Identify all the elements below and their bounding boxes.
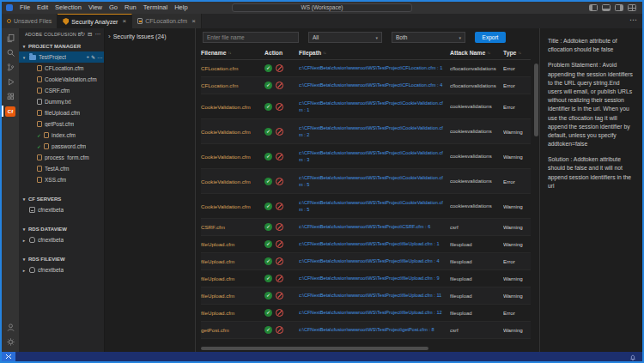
- table-row[interactable]: CSRF.cfm✓c:\CFNextBeta\cfusion\wwwroot\W…: [201, 219, 531, 236]
- column-header-attack-name[interactable]: Attack Name↑↓: [450, 50, 503, 56]
- check-circle-icon[interactable]: ✓: [264, 292, 272, 299]
- filepath-link[interactable]: c:\CFNextBeta\cfusion\wwwroot\WS\TestPro…: [299, 149, 447, 164]
- block-circle-icon[interactable]: [276, 203, 283, 210]
- bell-icon[interactable]: [629, 349, 636, 363]
- tree-item-cookievalidation-cfm[interactable]: CookieValidation.cfm: [19, 74, 104, 85]
- account-icon[interactable]: [2, 320, 19, 335]
- block-circle-icon[interactable]: [276, 257, 283, 265]
- scope-dropdown[interactable]: Both ▾: [392, 32, 465, 43]
- tree-item-dummy-txt[interactable]: Dummy.txt: [19, 96, 104, 107]
- vertical-scrollbar-thumb[interactable]: [534, 64, 538, 136]
- table-row[interactable]: getPost.cfm✓c:\CFNextBeta\cfusion\wwwroo…: [201, 322, 531, 339]
- tree-item-testproject[interactable]: ▾TestProject+✎⋯: [19, 51, 104, 63]
- column-header-type[interactable]: Type↑↓: [503, 50, 531, 56]
- filepath-link[interactable]: c:\CFNextBeta\cfusion\wwwroot\WS\TestPro…: [299, 275, 447, 281]
- check-circle-icon[interactable]: ✓: [264, 275, 272, 282]
- customize-layout-icon[interactable]: [628, 4, 636, 11]
- source-control-icon[interactable]: [2, 60, 19, 75]
- block-circle-icon[interactable]: [276, 240, 283, 248]
- menu-terminal[interactable]: Terminal: [140, 2, 171, 14]
- table-row[interactable]: CookieValidation.cfm✓c:\CFNextBeta\cfusi…: [201, 169, 531, 194]
- column-header-filepath[interactable]: Filepath↑↓: [299, 50, 450, 56]
- run-debug-icon[interactable]: [2, 75, 19, 89]
- table-row[interactable]: CookieValidation.cfm✓c:\CFNextBeta\cfusi…: [201, 144, 531, 169]
- block-circle-icon[interactable]: [276, 275, 283, 282]
- security-issues-header[interactable]: › Security Issues (24): [105, 28, 195, 45]
- filepath-link[interactable]: c:\CFNextBeta\cfusion\wwwroot\WS\TestPro…: [299, 309, 447, 316]
- tree-item-testa-cfm[interactable]: TestA.cfm: [19, 163, 104, 174]
- check-circle-icon[interactable]: ✓: [264, 64, 272, 72]
- filepath-link[interactable]: c:\CFNextBeta\cfusion\wwwroot\WS\TestPro…: [299, 292, 447, 299]
- check-circle-icon[interactable]: ✓: [264, 82, 272, 89]
- block-circle-icon[interactable]: [276, 178, 283, 185]
- tree-item-cflocation-cfm[interactable]: CFLocation.cfm: [19, 63, 104, 74]
- file-name-input[interactable]: [203, 32, 299, 43]
- check-circle-icon[interactable]: ✓: [264, 178, 272, 185]
- check-circle-icon[interactable]: ✓: [264, 257, 272, 265]
- check-circle-icon[interactable]: ✓: [264, 326, 272, 334]
- column-header-filename[interactable]: Filename↑↓: [201, 50, 264, 56]
- table-row[interactable]: CookieValidation.cfm✓c:\CFNextBeta\cfusi…: [201, 194, 531, 219]
- check-circle-icon[interactable]: ✓: [264, 240, 272, 248]
- menu-edit[interactable]: Edit: [33, 2, 52, 14]
- settings-gear-icon[interactable]: [2, 335, 19, 349]
- check-circle-icon[interactable]: ✓: [264, 203, 272, 210]
- export-button[interactable]: Export: [475, 32, 506, 43]
- block-circle-icon[interactable]: [276, 153, 283, 160]
- table-row[interactable]: CookieValidation.cfm✓c:\CFNextBeta\cfusi…: [201, 94, 531, 119]
- remote-indicator-icon[interactable]: [2, 352, 15, 361]
- tree-item-csrf-cfm[interactable]: CSRF.cfm: [19, 85, 104, 96]
- block-circle-icon[interactable]: [276, 326, 283, 334]
- check-circle-icon[interactable]: ✓: [264, 128, 272, 136]
- block-circle-icon[interactable]: [276, 103, 283, 111]
- filepath-link[interactable]: c:\CFNextBeta\cfusion\wwwroot\WS\TestPro…: [299, 100, 447, 114]
- refresh-icon[interactable]: ↻: [81, 32, 85, 38]
- toggle-secondary-sidebar-icon[interactable]: [615, 4, 623, 11]
- command-center[interactable]: WS (Workspace): [232, 3, 412, 12]
- toggle-panel-icon[interactable]: [602, 4, 611, 11]
- tree-item-xss-cfm[interactable]: XSS.cfm: [19, 174, 104, 185]
- extensions-icon[interactable]: [2, 89, 19, 104]
- table-row[interactable]: CFLocation.cfm✓c:\CFNextBeta\cfusion\www…: [201, 60, 531, 77]
- tab-cflocation-cfm[interactable]: CFLocation.cfm×: [132, 14, 202, 28]
- coldfusion-icon[interactable]: Cf: [2, 104, 19, 118]
- check-circle-icon[interactable]: ✓: [264, 223, 272, 231]
- block-circle-icon[interactable]: [276, 64, 283, 72]
- tree-item-cfnextbeta[interactable]: cfnextbeta: [19, 204, 104, 215]
- section-header-rds-fileview[interactable]: ▾RDS FILEVIEW: [19, 253, 104, 264]
- block-circle-icon[interactable]: [276, 82, 283, 89]
- menu-file[interactable]: File: [16, 2, 33, 14]
- filepath-link[interactable]: c:\CFNextBeta\cfusion\wwwroot\WS\TestPro…: [299, 240, 447, 247]
- filepath-link[interactable]: c:\CFNextBeta\cfusion\wwwroot\WS\TestPro…: [299, 124, 447, 139]
- filepath-link[interactable]: c:\CFNextBeta\cfusion\wwwroot\WS\TestPro…: [299, 223, 447, 230]
- menu-view[interactable]: View: [85, 2, 106, 14]
- block-circle-icon[interactable]: [276, 223, 283, 231]
- menu-help[interactable]: Help: [171, 2, 191, 14]
- check-circle-icon[interactable]: ✓: [264, 309, 272, 317]
- tree-item-getpost-cfm[interactable]: getPost.cfm: [19, 118, 104, 130]
- check-circle-icon[interactable]: ✓: [264, 103, 272, 111]
- table-row[interactable]: CFLocation.cfm✓c:\CFNextBeta\cfusion\www…: [201, 77, 531, 94]
- tree-item-password-cfm[interactable]: ✓password.cfm: [19, 141, 104, 152]
- menu-go[interactable]: Go: [106, 2, 121, 14]
- filepath-link[interactable]: c:\CFNextBeta\cfusion\wwwroot\WS\TestPro…: [299, 257, 447, 264]
- table-row[interactable]: fileUpload.cfm✓c:\CFNextBeta\cfusion\www…: [201, 287, 531, 305]
- tree-item-index-cfm[interactable]: ✓index.cfm: [19, 130, 104, 141]
- section-header-cf-servers[interactable]: ▾CF SERVERS: [19, 193, 104, 204]
- table-row[interactable]: fileUpload.cfm✓c:\CFNextBeta\cfusion\www…: [201, 270, 531, 287]
- close-icon[interactable]: ×: [191, 18, 196, 25]
- table-row[interactable]: fileUpload.cfm✓c:\CFNextBeta\cfusion\www…: [201, 253, 531, 270]
- section-header-project-manager[interactable]: ▾PROJECT MANAGER: [19, 40, 104, 51]
- tab-unsaved-files[interactable]: Unsaved Files: [2, 14, 58, 28]
- tree-item-cfnextbeta[interactable]: ▸cfnextbeta: [19, 264, 104, 275]
- edit-icon[interactable]: ✎: [91, 54, 95, 60]
- block-circle-icon[interactable]: [276, 128, 283, 136]
- menu-selection[interactable]: Selection: [52, 2, 85, 14]
- block-circle-icon[interactable]: [276, 309, 283, 317]
- search-icon[interactable]: [2, 45, 19, 60]
- add-file-icon[interactable]: +: [86, 54, 89, 60]
- filepath-link[interactable]: c:\CFNextBeta\cfusion\wwwroot\WS\TestPro…: [299, 199, 447, 214]
- filepath-link[interactable]: c:\CFNextBeta\cfusion\wwwroot\WS\TestPro…: [299, 326, 447, 333]
- close-icon[interactable]: ×: [122, 18, 126, 25]
- tab-security-analyzer[interactable]: Security Analyzer×: [58, 14, 132, 28]
